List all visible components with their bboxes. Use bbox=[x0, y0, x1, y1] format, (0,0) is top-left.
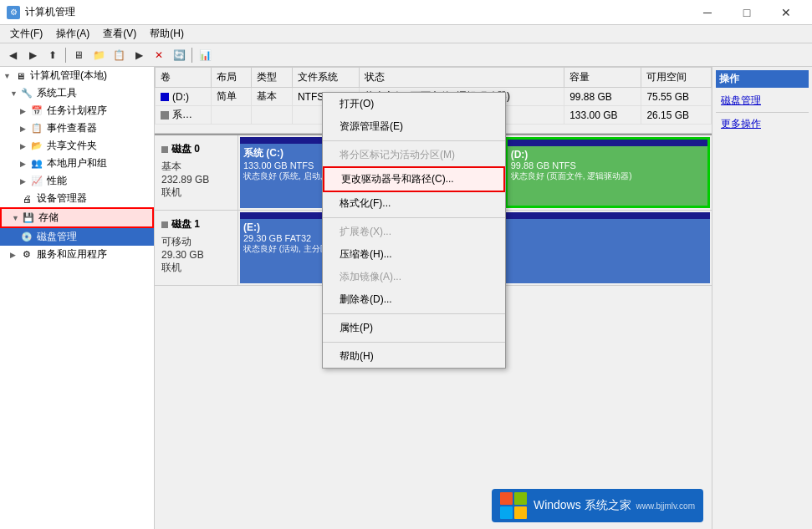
context-menu-separator bbox=[323, 342, 505, 343]
toolbar-sep-1 bbox=[65, 48, 66, 63]
main-layout: ▼ 🖥 计算机管理(本地) ▼ 🔧 系统工具 ▶ 📅 任务计划程序 ▶ 📋 事件… bbox=[0, 67, 812, 529]
logo-red bbox=[500, 492, 513, 505]
logo-yellow bbox=[514, 506, 527, 519]
context-menu-item[interactable]: 压缩卷(H)... bbox=[323, 243, 505, 266]
cell-type bbox=[252, 106, 293, 125]
sidebar-item-local-users[interactable]: ▶ 👥 本地用户和组 bbox=[0, 155, 154, 172]
col-free: 可用空间 bbox=[641, 68, 712, 88]
chart-button[interactable]: 📊 bbox=[196, 46, 214, 64]
context-menu-separator bbox=[323, 313, 505, 314]
sidebar-event-label: 事件查看器 bbox=[47, 121, 97, 135]
disk-1-label: 磁盘 1 可移动 29.30 GB 联机 bbox=[155, 211, 238, 285]
cell-layout: 简单 bbox=[211, 88, 252, 106]
right-panel: 操作 磁盘管理 更多操作 bbox=[712, 67, 812, 529]
disk-name: 磁盘 0 bbox=[161, 142, 231, 156]
disk-label-icon bbox=[161, 146, 168, 153]
partition-0-1[interactable]: (D:)99.88 GB NTFS状态良好 (页面文件, 逻辑驱动器) bbox=[505, 137, 710, 208]
right-panel-sep bbox=[716, 112, 809, 113]
sidebar-services-label: 服务和应用程序 bbox=[37, 247, 107, 262]
sidebar-system-tools-label: 系统工具 bbox=[37, 86, 77, 100]
forward-button[interactable]: ▶ bbox=[23, 46, 42, 64]
back-button[interactable]: ◀ bbox=[3, 46, 22, 64]
context-menu-item[interactable]: 资源管理器(E) bbox=[323, 115, 505, 138]
right-panel-more-ops[interactable]: 更多操作 bbox=[716, 114, 809, 134]
partition-header-bar bbox=[508, 140, 707, 146]
folder-icon: 📂 bbox=[30, 140, 43, 153]
context-menu-item: 添加镜像(A)... bbox=[323, 266, 505, 288]
expand-icon: ▼ bbox=[10, 89, 18, 98]
computer-button[interactable]: 🖥 bbox=[69, 46, 88, 64]
sidebar-item-shared-folders[interactable]: ▶ 📂 共享文件夹 bbox=[0, 137, 154, 155]
app-icon: ⚙ bbox=[7, 6, 20, 19]
sidebar-item-task-scheduler[interactable]: ▶ 📅 任务计划程序 bbox=[0, 102, 154, 120]
context-menu-item[interactable]: 打开(O) bbox=[323, 93, 505, 115]
sidebar-item-performance[interactable]: ▶ 📈 性能 bbox=[0, 172, 154, 190]
expand-arrow: ▶ bbox=[20, 107, 28, 115]
refresh-button[interactable]: 🔄 bbox=[170, 46, 188, 64]
context-menu: 打开(O)资源管理器(E)将分区标记为活动分区(M)更改驱动器号和路径(C)..… bbox=[322, 92, 506, 369]
partition-status: 状态良好 (页面文件, 逻辑驱动器) bbox=[511, 170, 704, 181]
users-icon: 👥 bbox=[30, 157, 43, 170]
expand-arrow: ▶ bbox=[20, 142, 28, 150]
sidebar-device-label: 设备管理器 bbox=[37, 191, 87, 206]
sidebar-task-label: 任务计划程序 bbox=[47, 104, 107, 118]
cell-free: 26.15 GB bbox=[641, 106, 712, 125]
view-button[interactable]: 📋 bbox=[110, 46, 128, 64]
menu-action[interactable]: 操作(A) bbox=[49, 25, 96, 43]
cell-capacity: 133.00 GB bbox=[564, 106, 641, 125]
sidebar-item-device-manager[interactable]: 🖨 设备管理器 bbox=[0, 190, 154, 207]
right-panel-disk-mgmt[interactable]: 磁盘管理 bbox=[716, 91, 809, 110]
menu-file[interactable]: 文件(F) bbox=[3, 25, 49, 43]
volume-icon bbox=[161, 93, 169, 101]
sidebar-item-storage[interactable]: ▼ 💾 存储 bbox=[0, 207, 154, 228]
title-text: 计算机管理 bbox=[25, 5, 688, 19]
minimize-button[interactable]: ─ bbox=[688, 0, 727, 25]
cell-free: 75.55 GB bbox=[641, 88, 712, 106]
up-button[interactable]: ⬆ bbox=[43, 46, 62, 64]
cell-type: 基本 bbox=[252, 88, 293, 106]
sidebar-item-system-tools[interactable]: ▼ 🔧 系统工具 bbox=[0, 84, 154, 102]
maximize-button[interactable]: □ bbox=[728, 0, 766, 25]
expand-icon: ▼ bbox=[3, 72, 12, 80]
disk-status: 联机 bbox=[161, 261, 231, 275]
title-bar: ⚙ 计算机管理 ─ □ ✕ bbox=[0, 0, 812, 25]
context-menu-item: 扩展卷(X)... bbox=[323, 221, 505, 243]
windows-logo bbox=[500, 492, 527, 519]
folder-button[interactable]: 📁 bbox=[89, 46, 108, 64]
context-menu-separator bbox=[323, 140, 505, 141]
col-status: 状态 bbox=[359, 68, 564, 88]
menu-view[interactable]: 查看(V) bbox=[96, 25, 143, 43]
sidebar-item-disk-management[interactable]: 💿 磁盘管理 bbox=[0, 228, 154, 246]
disk-name: 磁盘 1 bbox=[161, 217, 231, 231]
partition-size: 99.88 GB NTFS bbox=[511, 160, 704, 170]
partition-label: (D:) bbox=[511, 149, 704, 160]
col-layout: 布局 bbox=[211, 68, 252, 88]
expand-arrow: ▶ bbox=[20, 160, 28, 168]
device-icon: 🖨 bbox=[20, 192, 33, 206]
context-menu-item[interactable]: 属性(P) bbox=[323, 317, 505, 339]
run-button[interactable]: ▶ bbox=[130, 46, 148, 64]
stop-button[interactable]: ✕ bbox=[150, 46, 168, 64]
volume-icon bbox=[161, 111, 169, 120]
context-menu-item[interactable]: 更改驱动器号和路径(C)... bbox=[323, 166, 505, 192]
context-menu-item[interactable]: 帮助(H) bbox=[323, 345, 505, 368]
menu-help[interactable]: 帮助(H) bbox=[143, 25, 191, 43]
close-button[interactable]: ✕ bbox=[767, 0, 805, 25]
sidebar-item-event-viewer[interactable]: ▶ 📋 事件查看器 bbox=[0, 120, 154, 137]
event-icon: 📋 bbox=[30, 122, 43, 135]
disk-label-icon bbox=[161, 221, 168, 228]
perf-icon: 📈 bbox=[30, 175, 43, 188]
sidebar-users-label: 本地用户和组 bbox=[47, 156, 107, 170]
storage-icon: 💾 bbox=[22, 211, 35, 225]
context-menu-item[interactable]: 格式化(F)... bbox=[323, 192, 505, 215]
watermark-url: www.bjjmlv.com bbox=[636, 501, 695, 511]
sidebar-storage-label: 存储 bbox=[38, 211, 59, 225]
context-menu-item: 将分区标记为活动分区(M) bbox=[323, 144, 505, 166]
col-volume: 卷 bbox=[156, 68, 212, 88]
context-menu-item[interactable]: 删除卷(D)... bbox=[323, 288, 505, 311]
logo-green bbox=[514, 492, 527, 505]
expand-arrow: ▼ bbox=[12, 214, 20, 222]
sidebar-item-services[interactable]: ▶ ⚙ 服务和应用程序 bbox=[0, 246, 154, 263]
sidebar-item-root[interactable]: ▼ 🖥 计算机管理(本地) bbox=[0, 67, 154, 84]
toolbar: ◀ ▶ ⬆ 🖥 📁 📋 ▶ ✕ 🔄 📊 bbox=[0, 43, 812, 67]
